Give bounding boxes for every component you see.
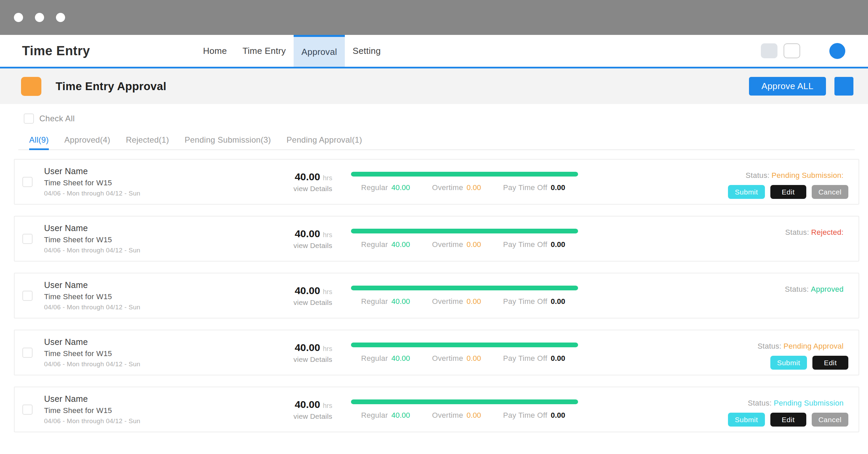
user-name: User Name [44, 223, 251, 233]
timesheet-row: User Name Time Sheet for W15 04/06 - Mon… [14, 330, 859, 375]
status-label: Status: [785, 228, 809, 236]
status-value: Pending Submission [774, 399, 844, 407]
row-checkbox[interactable] [22, 405, 33, 415]
user-name: User Name [44, 280, 251, 290]
row-user-block: User Name Time Sheet for W15 04/06 - Mon… [44, 166, 251, 197]
row-progress-block: Regular40.00 Overtime0.00 Pay Time Off0.… [351, 399, 578, 420]
hours-total: 40.00 [295, 342, 320, 353]
nav-icon-button-filled[interactable] [761, 43, 777, 58]
regular-label: Regular [361, 240, 388, 249]
nav-menu: Home Time Entry Approval Setting [195, 35, 389, 67]
cancel-button[interactable]: Cancel [812, 413, 848, 427]
row-actions: Submit Edit [770, 356, 848, 370]
row-user-block: User Name Time Sheet for W15 04/06 - Mon… [44, 280, 251, 311]
row-hours-block: 40.00 hrs view Details [251, 285, 332, 307]
status-label: Status: [746, 171, 770, 180]
row-checkbox[interactable] [22, 177, 33, 187]
submit-button[interactable]: Submit [728, 185, 765, 199]
navbar-right-actions [761, 35, 845, 67]
hours-total: 40.00 [295, 399, 320, 410]
tab-all[interactable]: All(9) [29, 135, 49, 150]
tab-pending-approval[interactable]: Pending Approval(1) [287, 135, 362, 149]
edit-button[interactable]: Edit [812, 356, 848, 370]
header-square-button[interactable] [834, 77, 853, 96]
nav-icon-button-outline[interactable] [784, 43, 800, 58]
status-label: Status: [785, 285, 809, 293]
view-details-link[interactable]: view Details [294, 412, 332, 420]
status-tabs: All(9) Approved(4) Rejected(1) Pending S… [18, 135, 855, 150]
user-name: User Name [44, 394, 251, 404]
row-hours-block: 40.00 hrs view Details [251, 171, 332, 193]
hours-total: 40.00 [295, 171, 320, 183]
hours-unit: hrs [323, 402, 332, 410]
row-progress-block: Regular40.00 Overtime0.00 Pay Time Off0.… [351, 172, 578, 192]
hours-unit: hrs [323, 231, 332, 239]
pto-label: Pay Time Off [503, 411, 547, 419]
sheet-title: Time Sheet for W15 [44, 235, 251, 244]
timesheet-list: User Name Time Sheet for W15 04/06 - Mon… [14, 159, 859, 432]
timesheet-row: User Name Time Sheet for W15 04/06 - Mon… [14, 273, 859, 318]
tab-pending-submission[interactable]: Pending Submission(3) [185, 135, 271, 149]
user-name: User Name [44, 337, 251, 347]
view-details-link[interactable]: view Details [294, 298, 332, 307]
tab-approved[interactable]: Approved(4) [64, 135, 110, 149]
hours-total: 40.00 [295, 228, 320, 240]
row-checkbox[interactable] [22, 234, 33, 244]
top-navbar: Time Entry Home Time Entry Approval Sett… [0, 35, 868, 68]
row-hours-block: 40.00 hrs view Details [251, 342, 332, 364]
pto-value: 0.00 [551, 411, 565, 419]
progress-bar-fill [351, 399, 578, 404]
header-actions: Approve ALL [749, 77, 853, 96]
status-value: Approved [811, 285, 844, 293]
date-range: 04/06 - Mon through 04/12 - Sun [44, 304, 251, 311]
row-status-block: Status:Pending Submission Submit Edit Ca… [578, 387, 848, 432]
overtime-value: 0.00 [467, 240, 481, 249]
approve-all-button[interactable]: Approve ALL [749, 77, 826, 96]
status-label: Status: [757, 342, 782, 350]
row-status-block: Status:Pending Approval Submit Edit [578, 330, 848, 375]
window-control-dot-2[interactable] [35, 13, 44, 22]
row-progress-block: Regular40.00 Overtime0.00 Pay Time Off0.… [351, 343, 578, 363]
app-title: Time Entry [22, 35, 90, 67]
cancel-button[interactable]: Cancel [812, 185, 848, 199]
hours-unit: hrs [323, 288, 332, 296]
hours-legend: Regular40.00 Overtime0.00 Pay Time Off0.… [351, 297, 578, 306]
pto-label: Pay Time Off [503, 297, 547, 306]
regular-label: Regular [361, 183, 388, 192]
overtime-label: Overtime [432, 411, 463, 419]
hours-legend: Regular40.00 Overtime0.00 Pay Time Off0.… [351, 411, 578, 420]
hours-legend: Regular40.00 Overtime0.00 Pay Time Off0.… [351, 354, 578, 363]
pto-value: 0.00 [551, 297, 565, 306]
check-all-checkbox[interactable] [24, 114, 34, 124]
overtime-value: 0.00 [467, 354, 481, 363]
view-details-link[interactable]: view Details [294, 242, 332, 250]
row-checkbox[interactable] [22, 291, 33, 301]
progress-bar-fill [351, 343, 578, 347]
row-actions: Submit Edit Cancel [728, 185, 848, 199]
view-details-link[interactable]: view Details [294, 355, 332, 364]
regular-value: 40.00 [391, 354, 410, 363]
window-control-dot-3[interactable] [56, 13, 65, 22]
row-checkbox[interactable] [22, 348, 33, 358]
date-range: 04/06 - Mon through 04/12 - Sun [44, 417, 251, 425]
edit-button[interactable]: Edit [770, 185, 806, 199]
edit-button[interactable]: Edit [770, 413, 806, 427]
progress-bar [351, 229, 578, 233]
submit-button[interactable]: Submit [728, 413, 765, 427]
nav-item-time-entry[interactable]: Time Entry [235, 35, 294, 67]
sheet-title: Time Sheet for W15 [44, 406, 251, 415]
tab-rejected[interactable]: Rejected(1) [126, 135, 169, 149]
window-control-dot-1[interactable] [14, 13, 23, 22]
view-details-link[interactable]: view Details [294, 185, 332, 193]
progress-bar-fill [351, 286, 578, 290]
progress-bar [351, 343, 578, 347]
nav-item-setting[interactable]: Setting [345, 35, 389, 67]
nav-item-approval[interactable]: Approval [294, 35, 345, 67]
hours-legend: Regular40.00 Overtime0.00 Pay Time Off0.… [351, 240, 578, 249]
hours-legend: Regular40.00 Overtime0.00 Pay Time Off0.… [351, 183, 578, 192]
check-all-label: Check All [39, 114, 75, 123]
nav-item-home[interactable]: Home [195, 35, 235, 67]
sheet-title: Time Sheet for W15 [44, 292, 251, 301]
user-avatar[interactable] [829, 43, 845, 59]
submit-button[interactable]: Submit [770, 356, 807, 370]
